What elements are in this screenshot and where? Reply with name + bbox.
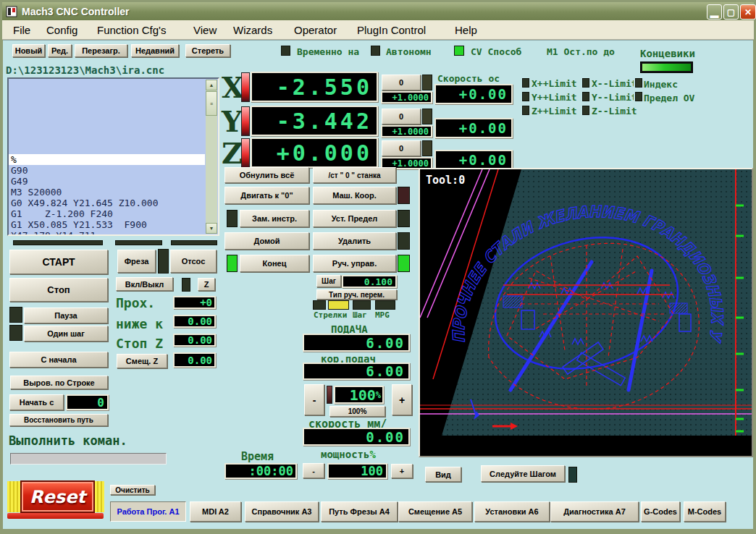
view-button[interactable]: Вид xyxy=(425,467,461,482)
command-input[interactable] xyxy=(10,453,167,465)
tab-offsets[interactable]: Смещение A5 xyxy=(398,501,472,522)
speed-dro[interactable]: 0.00 xyxy=(303,428,410,446)
z-speed-dro[interactable]: +0.00 xyxy=(434,150,513,170)
single-step-button[interactable]: Один шаг xyxy=(24,326,108,342)
gcode-line[interactable]: X47.178 Y14.711 xyxy=(9,230,205,236)
machine-zero-button[interactable]: /ст " 0 " станка xyxy=(313,167,396,183)
x-speed-dro[interactable]: +0.00 xyxy=(434,84,513,104)
y-speed-dro[interactable]: +0.00 xyxy=(434,118,513,138)
from-start-button[interactable]: С начала xyxy=(9,352,108,368)
tab-mcodes[interactable]: M-Codes xyxy=(684,501,726,522)
menu-config[interactable]: Config xyxy=(46,24,77,36)
z-button[interactable]: Z xyxy=(198,278,215,291)
x-zero-button[interactable]: 0 xyxy=(382,75,421,90)
power-plus-button[interactable]: + xyxy=(391,464,413,478)
scroll-down-button[interactable]: ▼ xyxy=(206,223,217,234)
menu-function-cfgs[interactable]: Function Cfg's xyxy=(97,24,166,36)
gcode-scrollbar[interactable]: ▲ ≡ ▼ xyxy=(206,80,217,234)
jog-button[interactable]: Руч. управ. xyxy=(313,255,396,272)
new-button[interactable]: Новый xyxy=(12,44,45,57)
onoff-button[interactable]: Вкл/Выкл xyxy=(116,277,173,291)
menu-view[interactable]: View xyxy=(193,24,217,36)
override-100-button[interactable]: 100% xyxy=(329,406,385,417)
erase-button[interactable]: Стереть xyxy=(185,44,230,57)
cor-dro[interactable]: 6.00 xyxy=(303,363,410,380)
offsetz-button[interactable]: Смещ. Z xyxy=(117,354,167,368)
tab-settings[interactable]: Установки A6 xyxy=(474,501,550,522)
x-minus-limit-led xyxy=(582,78,589,88)
start-from-dro[interactable]: 0 xyxy=(66,394,109,410)
jog-mode-button[interactable]: Тип руч. перем. xyxy=(316,289,397,300)
recent-button[interactable]: Недавний xyxy=(131,44,179,57)
gcode-line[interactable]: M3 S20000 xyxy=(9,187,205,198)
align-button[interactable]: Выров. по Строке xyxy=(10,376,108,389)
scroll-up-button[interactable]: ▲ xyxy=(206,80,217,90)
gcode-line-selected[interactable]: % xyxy=(9,154,205,165)
reset-button[interactable]: Reset xyxy=(20,480,95,513)
z-zero-button[interactable]: 0 xyxy=(382,140,421,156)
mode-label-step: Шаг xyxy=(353,310,367,320)
maximize-button[interactable]: ▢ xyxy=(723,4,739,20)
tab-diagnostics[interactable]: Диагностика A7 xyxy=(550,501,639,522)
minimize-button[interactable]: ▬ xyxy=(707,4,722,20)
goto-zero-button[interactable]: Двигать к "0" xyxy=(224,187,309,204)
x-scale-dro[interactable]: +1.0000 xyxy=(381,91,432,103)
edit-button[interactable]: Ред. xyxy=(48,44,72,57)
feed-plus-button[interactable]: + xyxy=(392,384,412,415)
start-button[interactable]: СТАРТ xyxy=(9,250,108,274)
x-dro[interactable]: -2.550 xyxy=(251,72,378,102)
menu-wizards[interactable]: Wizards xyxy=(233,24,272,36)
y-dro[interactable]: -3.442 xyxy=(251,106,378,136)
mill-button[interactable]: Фреза xyxy=(117,250,156,273)
follow-button[interactable]: Следуйте Шагом xyxy=(481,465,565,482)
delete-button[interactable]: Удалить xyxy=(313,232,396,250)
menu-operator[interactable]: Operator xyxy=(294,24,337,36)
power-minus-button[interactable]: - xyxy=(303,463,324,478)
step-dro[interactable]: 0.100 xyxy=(342,275,397,288)
gcode-list[interactable]: % G90 G49 M3 S20000 G0 X49.824 Y21.645 Z… xyxy=(7,77,219,236)
reload-button[interactable]: Перезагр. xyxy=(75,44,127,57)
y-scale-dro[interactable]: +1.0000 xyxy=(381,125,432,137)
toolpath-display[interactable]: ПРОЧНЕЕ СТАЛИ ЖЕЛАНИЕМ ГРАНДИОЗНЫХ УСПЕХ… xyxy=(419,168,753,457)
close-button[interactable]: ✕ xyxy=(740,4,756,20)
override-dro[interactable]: 100% xyxy=(334,386,384,404)
tab-mdi[interactable]: MDI A2 xyxy=(190,501,241,522)
feed-dro[interactable]: 6.00 xyxy=(303,334,410,352)
feed-minus-button[interactable]: - xyxy=(304,384,324,415)
step-button[interactable]: Шаг xyxy=(316,275,341,287)
machine-coords-button[interactable]: Маш. Коор. xyxy=(313,187,396,204)
tab-gcodes[interactable]: G-Codes xyxy=(641,501,680,522)
start-from-button[interactable]: Начать с xyxy=(9,394,64,410)
stop-button[interactable]: Стоп xyxy=(9,278,108,302)
end-button[interactable]: Конец xyxy=(240,255,309,272)
gcode-line[interactable]: G1 Z-1.200 F240 xyxy=(9,208,205,219)
home-button[interactable]: Домой xyxy=(224,232,309,250)
tab-toolpath[interactable]: Путь Фрезы A4 xyxy=(321,501,398,522)
scroll-thumb[interactable]: ≡ xyxy=(206,91,217,116)
menu-plugin-control[interactable]: PlugIn Control xyxy=(357,24,426,36)
power-dro[interactable]: 100 xyxy=(327,463,387,479)
gcode-line[interactable]: G90 xyxy=(9,165,205,176)
restore-path-button[interactable]: Восстановить путь xyxy=(9,414,108,426)
pause-button[interactable]: Пауза xyxy=(24,308,108,323)
tab-reference[interactable]: Справочник A3 xyxy=(245,501,319,522)
gcode-line[interactable]: G0 X49.824 Y21.645 Z10.000 xyxy=(9,198,205,208)
gcode-line[interactable]: G1 X50.085 Y21.533 F900 xyxy=(9,219,205,230)
z-dro[interactable]: +0.000 xyxy=(251,137,378,168)
stopz-dro[interactable]: 0.00 xyxy=(173,334,216,347)
vacuum-button[interactable]: Отсос xyxy=(170,250,217,273)
pass-dro[interactable]: +0 xyxy=(173,296,216,309)
tool-change-button[interactable]: Зам. инстр. xyxy=(240,210,309,227)
clear-button[interactable]: Очистить xyxy=(110,485,155,495)
zero-all-button[interactable]: Обнулить всё xyxy=(224,167,309,183)
menu-file[interactable]: File xyxy=(13,24,30,36)
tab-program-run[interactable]: Работа Прог. A1 xyxy=(110,501,186,522)
offsetz-dro[interactable]: 0.00 xyxy=(173,352,216,368)
y-zero-button[interactable]: 0 xyxy=(382,109,421,124)
flag-label-cv: CV Способ xyxy=(471,46,521,57)
gcode-line[interactable]: G49 xyxy=(9,176,205,187)
lower-dro[interactable]: 0.00 xyxy=(173,315,216,328)
soft-limits-button[interactable]: Уст. Предел xyxy=(313,210,396,227)
menu-help[interactable]: Help xyxy=(455,24,477,36)
time-dro[interactable]: :00:00 xyxy=(224,463,297,479)
